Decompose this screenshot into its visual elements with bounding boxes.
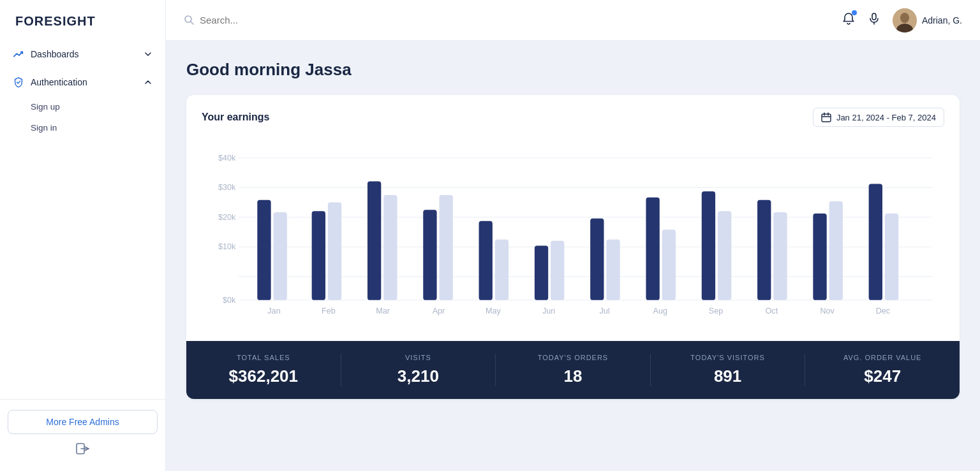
svg-rect-4: [872, 13, 876, 20]
sidebar-item-dashboards-label: Dashboards: [31, 49, 79, 59]
svg-point-7: [900, 13, 909, 23]
stat-todays-orders: TODAY'S ORDERS 18: [495, 354, 650, 386]
header-icons: Adrian, G.: [842, 8, 962, 33]
stat-todays-visitors: TODAY'S VISITORS 891: [650, 354, 805, 386]
stats-bar: TOTAL SALES $362,201 VISITS 3,210 TODAY'…: [186, 341, 960, 399]
content-area: Good morning Jassa Your earnings Jan 21,…: [166, 41, 980, 471]
svg-rect-33: [423, 210, 436, 300]
svg-rect-55: [829, 201, 843, 300]
search-input[interactable]: [200, 15, 366, 25]
svg-text:Apr: Apr: [433, 307, 445, 315]
svg-rect-31: [383, 195, 397, 300]
svg-rect-9: [822, 114, 831, 122]
svg-rect-25: [274, 212, 287, 300]
svg-text:$20k: $20k: [218, 213, 236, 222]
svg-rect-46: [662, 229, 676, 300]
svg-rect-24: [257, 200, 271, 300]
microphone-icon: [867, 11, 881, 25]
shield-icon: [13, 76, 24, 88]
calendar-icon: [821, 112, 831, 122]
svg-text:Nov: Nov: [820, 307, 835, 315]
card-title: Your earnings: [202, 112, 269, 123]
sidebar-nav: Dashboards Authentication Sign up: [0, 40, 165, 399]
svg-rect-40: [551, 241, 564, 300]
svg-line-3: [191, 22, 193, 24]
date-range-picker[interactable]: Jan 21, 2024 - Feb 7, 2024: [813, 108, 944, 127]
svg-text:Oct: Oct: [766, 307, 778, 315]
svg-rect-45: [646, 198, 659, 300]
stat-avg-order-value: $247: [805, 366, 960, 386]
chart-area: $40k $30k $20k $10k $0k Jan Feb: [186, 134, 960, 338]
stat-total-sales: TOTAL SALES $362,201: [186, 354, 341, 386]
svg-rect-49: [718, 211, 731, 300]
earnings-card: Your earnings Jan 21, 2024 - Feb 7, 2024: [186, 95, 960, 399]
svg-rect-51: [757, 200, 771, 300]
svg-text:Mar: Mar: [376, 307, 390, 315]
stat-visits-value: 3,210: [341, 366, 496, 386]
svg-rect-27: [312, 211, 325, 300]
card-header: Your earnings Jan 21, 2024 - Feb 7, 2024: [186, 95, 960, 134]
svg-text:$40k: $40k: [218, 154, 236, 163]
avatar: [893, 8, 917, 33]
svg-rect-28: [328, 203, 341, 300]
date-range-text: Jan 21, 2024 - Feb 7, 2024: [836, 113, 936, 122]
svg-text:Feb: Feb: [322, 307, 336, 315]
svg-text:Dec: Dec: [876, 307, 890, 315]
stat-visits: VISITS 3,210: [341, 354, 496, 386]
svg-rect-30: [368, 182, 381, 300]
svg-rect-37: [495, 240, 509, 300]
stat-avg-order-label: AVG. ORDER VALUE: [805, 354, 960, 361]
header: Adrian, G.: [166, 0, 980, 41]
svg-text:$0k: $0k: [223, 296, 236, 305]
sidebar-item-signup[interactable]: Sign up: [0, 96, 165, 117]
notification-dot: [852, 10, 857, 15]
sidebar-item-authentication-label: Authentication: [31, 77, 87, 87]
svg-rect-58: [885, 214, 898, 300]
app-logo: FORESIGHT: [0, 0, 165, 40]
user-name: Adrian, G.: [922, 15, 962, 25]
stat-todays-visitors-label: TODAY'S VISITORS: [651, 354, 805, 361]
stat-total-sales-label: TOTAL SALES: [186, 354, 341, 361]
svg-rect-43: [606, 240, 620, 300]
notifications-button[interactable]: [842, 11, 856, 29]
logout-icon[interactable]: [75, 440, 91, 461]
chevron-up-icon: [144, 78, 152, 87]
stat-visits-label: VISITS: [341, 354, 496, 361]
search-icon: [184, 15, 195, 25]
microphone-button[interactable]: [867, 11, 881, 29]
earnings-chart: $40k $30k $20k $10k $0k Jan Feb: [202, 140, 944, 331]
svg-rect-42: [590, 219, 604, 300]
sidebar-bottom: More Free Admins: [0, 399, 165, 471]
chevron-down-icon: [144, 50, 152, 59]
avatar-image: [893, 8, 917, 33]
greeting: Good morning Jassa: [186, 60, 960, 80]
svg-text:Sep: Sep: [709, 307, 723, 315]
svg-text:Jan: Jan: [267, 307, 280, 315]
stat-todays-orders-label: TODAY'S ORDERS: [496, 354, 650, 361]
search-wrap: [184, 15, 831, 25]
svg-text:Jun: Jun: [542, 307, 555, 315]
sidebar-item-authentication[interactable]: Authentication: [0, 68, 165, 96]
svg-text:Aug: Aug: [653, 307, 667, 315]
chart-icon: [13, 48, 24, 60]
svg-text:Jul: Jul: [599, 307, 609, 315]
user-profile[interactable]: Adrian, G.: [893, 8, 962, 33]
svg-rect-57: [869, 184, 882, 300]
sidebar-item-dashboards[interactable]: Dashboards: [0, 40, 165, 68]
svg-rect-52: [773, 212, 787, 300]
svg-rect-34: [439, 195, 452, 300]
svg-text:$30k: $30k: [218, 183, 236, 192]
stat-total-sales-value: $362,201: [186, 366, 341, 386]
stat-todays-visitors-value: 891: [651, 366, 805, 386]
svg-rect-48: [702, 191, 715, 300]
more-admins-button[interactable]: More Free Admins: [8, 410, 158, 434]
svg-rect-36: [479, 221, 493, 300]
stat-todays-orders-value: 18: [496, 366, 650, 386]
svg-rect-39: [535, 245, 548, 300]
sidebar-item-signin[interactable]: Sign in: [0, 117, 165, 138]
svg-rect-54: [813, 214, 826, 300]
svg-text:$10k: $10k: [218, 242, 236, 251]
sidebar: FORESIGHT Dashboards Authentic: [0, 0, 166, 471]
svg-text:May: May: [486, 307, 501, 315]
main-area: Adrian, G. Good morning Jassa Your earni…: [166, 0, 980, 471]
